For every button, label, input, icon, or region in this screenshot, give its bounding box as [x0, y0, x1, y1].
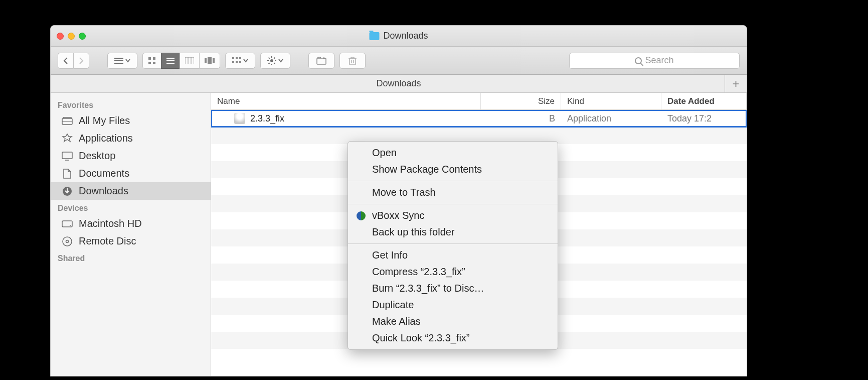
file-kind-cell: Application	[561, 113, 661, 124]
svg-point-22	[63, 237, 72, 246]
svg-rect-12	[236, 61, 238, 63]
view-mode-buttons	[142, 53, 220, 69]
share-button[interactable]	[308, 53, 334, 69]
sidebar-item-label: Applications	[79, 133, 133, 144]
menu-get-info[interactable]: Get Info	[348, 247, 558, 264]
menu-backup-folder[interactable]: Back up this folder	[348, 224, 558, 240]
nav-buttons	[58, 53, 89, 69]
file-size-cell: B	[481, 113, 561, 124]
finder-window: Downloads	[50, 25, 747, 376]
zoom-window-button[interactable]	[79, 33, 86, 40]
svg-rect-2	[148, 62, 151, 64]
trash-button[interactable]	[339, 53, 366, 69]
svg-rect-1	[153, 57, 155, 60]
sidebar-section-shared: Shared	[51, 250, 211, 265]
documents-icon	[62, 169, 73, 179]
svg-rect-18	[62, 152, 72, 159]
chevron-down-icon	[278, 59, 283, 63]
tab-bar: Downloads +	[51, 75, 747, 93]
minimize-window-button[interactable]	[68, 33, 75, 40]
column-name[interactable]: Name	[211, 93, 481, 109]
trash-icon	[349, 56, 357, 65]
menu-move-to-trash[interactable]: Move to Trash	[348, 184, 558, 201]
titlebar[interactable]: Downloads	[51, 26, 747, 47]
gear-icon	[267, 56, 276, 65]
desktop-icon	[62, 151, 73, 161]
menu-open[interactable]: Open	[348, 145, 558, 161]
search-placeholder: Search	[645, 55, 673, 66]
svg-point-23	[66, 240, 69, 242]
menu-make-alias[interactable]: Make Alias	[348, 313, 558, 330]
column-date-added[interactable]: Date Added	[661, 93, 747, 109]
sidebar: Favorites All My Files Applications Desk…	[51, 93, 211, 376]
arrange-button[interactable]	[107, 53, 137, 69]
sidebar-item-downloads[interactable]: Downloads	[51, 182, 211, 200]
column-kind[interactable]: Kind	[561, 93, 661, 109]
current-location[interactable]: Downloads	[376, 78, 421, 89]
coverflow-view-button[interactable]	[199, 53, 220, 69]
file-date-cell: Today 17:2	[661, 113, 747, 124]
sidebar-item-label: All My Files	[79, 115, 130, 126]
column-view-button[interactable]	[180, 53, 199, 69]
menu-separator	[348, 243, 558, 244]
menu-separator	[348, 181, 558, 181]
sidebar-item-label: Remote Disc	[79, 235, 136, 247]
column-size[interactable]: Size	[481, 93, 561, 109]
hdd-icon	[62, 219, 73, 229]
sidebar-item-macintosh-hd[interactable]: Macintosh HD	[51, 215, 211, 232]
svg-rect-15	[317, 58, 326, 64]
menu-show-package-contents[interactable]: Show Package Contents	[348, 161, 558, 178]
window-title-text: Downloads	[383, 31, 428, 41]
sidebar-item-remote-disc[interactable]: Remote Disc	[51, 232, 211, 250]
menu-duplicate[interactable]: Duplicate	[348, 297, 558, 313]
search-icon	[635, 57, 642, 64]
item-arrangement-button[interactable]	[225, 53, 255, 69]
menu-burn-to-disc[interactable]: Burn “2.3.3_fix” to Disc…	[348, 280, 558, 297]
action-button[interactable]	[260, 53, 290, 69]
column-view-icon	[185, 57, 194, 64]
svg-rect-16	[350, 58, 356, 65]
file-row[interactable]: 2.3.3_fix B Application Today 17:2	[211, 110, 747, 127]
window-title: Downloads	[369, 31, 428, 41]
close-window-button[interactable]	[57, 33, 64, 40]
chevron-down-icon	[243, 59, 248, 63]
application-icon	[234, 113, 245, 124]
new-tab-button[interactable]: +	[725, 75, 747, 93]
svg-rect-9	[236, 57, 238, 59]
coverflow-icon	[205, 57, 215, 64]
menu-separator	[348, 204, 558, 204]
sidebar-item-all-my-files[interactable]: All My Files	[51, 112, 211, 130]
arrange-icon	[114, 58, 123, 64]
menu-vboxx-sync[interactable]: vBoxx Sync	[348, 207, 558, 224]
svg-rect-4	[185, 57, 194, 64]
sidebar-item-desktop[interactable]: Desktop	[51, 147, 211, 165]
applications-icon	[62, 134, 73, 144]
downloads-icon	[62, 186, 73, 196]
icon-view-button[interactable]	[142, 53, 161, 69]
sidebar-item-documents[interactable]: Documents	[51, 165, 211, 182]
all-my-files-icon	[62, 116, 73, 126]
menu-compress[interactable]: Compress “2.3.3_fix”	[348, 264, 558, 280]
sidebar-item-applications[interactable]: Applications	[51, 130, 211, 147]
menu-quick-look[interactable]: Quick Look “2.3.3_fix”	[348, 330, 558, 346]
sync-icon	[356, 211, 366, 221]
file-name-cell: 2.3.3_fix	[211, 113, 481, 124]
svg-rect-10	[239, 57, 241, 59]
forward-button[interactable]	[73, 53, 89, 69]
svg-rect-13	[239, 61, 241, 63]
list-view-button[interactable]	[161, 53, 180, 69]
svg-rect-8	[232, 57, 234, 59]
svg-rect-7	[213, 58, 215, 63]
back-button[interactable]	[58, 53, 73, 69]
column-headers: Name Size Kind Date Added	[211, 93, 747, 110]
svg-rect-11	[232, 61, 234, 63]
icon-view-icon	[148, 57, 156, 65]
disc-icon	[62, 236, 73, 246]
search-field[interactable]: Search	[569, 53, 740, 69]
context-menu: Open Show Package Contents Move to Trash…	[348, 141, 558, 350]
sidebar-section-devices: Devices	[51, 200, 211, 215]
svg-point-14	[270, 59, 273, 62]
file-name: 2.3.3_fix	[250, 113, 284, 124]
grid-icon	[232, 57, 241, 64]
svg-rect-20	[62, 221, 72, 227]
